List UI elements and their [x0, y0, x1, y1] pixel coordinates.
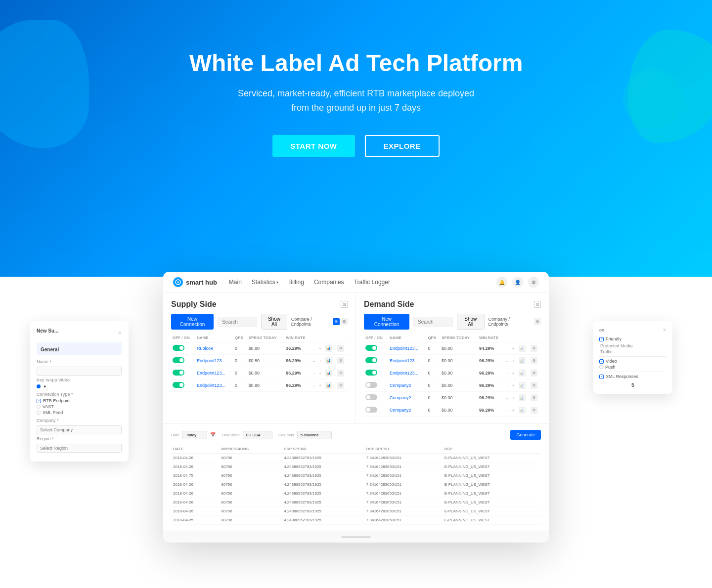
col-spend: SPEND TODAY — [247, 334, 285, 342]
vast-option[interactable]: VAST — [37, 404, 122, 409]
d-chart-3[interactable]: 📊 — [519, 370, 526, 377]
xml-option[interactable]: XML Feed — [37, 410, 122, 415]
d-settings-3[interactable]: ⚙ — [531, 370, 537, 377]
timezone-filter: Time zone — [222, 431, 272, 439]
d-toggle-off-6[interactable] — [365, 407, 377, 413]
chart-icon-3[interactable]: 📊 — [325, 370, 332, 377]
toggle-on-4[interactable] — [173, 382, 184, 388]
user-icon[interactable]: 👤 — [512, 277, 523, 288]
toggle-on-1[interactable] — [173, 345, 184, 351]
chart-icon-1[interactable]: 📊 — [325, 345, 332, 352]
d-settings-4[interactable]: ⚙ — [531, 382, 537, 389]
dashboard-logo: smart hub — [173, 277, 217, 287]
nav-companies[interactable]: Companies — [314, 279, 344, 286]
settings-icon-4[interactable]: ⚙ — [337, 382, 344, 389]
d-settings-5[interactable]: ⚙ — [531, 394, 537, 401]
d-chart-4[interactable]: 📊 — [519, 382, 526, 389]
inapp-label: Key InApp Video — [37, 378, 122, 382]
d-toggle-off-5[interactable] — [365, 394, 377, 400]
nav-main[interactable]: Main — [229, 279, 242, 286]
d-col-qps: QPS — [426, 334, 440, 342]
timezone-input[interactable] — [243, 431, 272, 439]
toggle-on-2[interactable] — [173, 357, 184, 363]
supply-grid-view[interactable]: ⊞ — [333, 318, 340, 325]
columns-input[interactable] — [297, 431, 332, 439]
d-toggle-on-1[interactable] — [365, 345, 377, 351]
d-settings-1[interactable]: ⚙ — [531, 345, 537, 352]
settings-icon-2[interactable]: ⚙ — [337, 357, 344, 364]
toggle-on-3[interactable] — [173, 370, 184, 376]
demand-new-connection-btn[interactable]: New Connection — [364, 314, 409, 330]
hero-section: White Label Ad Tech Platform Serviced, m… — [0, 0, 712, 277]
d-toggle-on-2[interactable] — [365, 357, 377, 363]
friendly-check[interactable]: ✓ Friendly — [599, 336, 667, 341]
company-label: Company * — [37, 418, 122, 423]
calendar-icon[interactable]: 📅 — [210, 432, 216, 437]
divider2 — [599, 372, 667, 372]
nav-statistics[interactable]: Statistics ▾ — [252, 279, 278, 286]
d-chart-6[interactable]: 📊 — [519, 407, 526, 414]
right-panel-close[interactable]: ✕ — [663, 327, 667, 333]
chart-icon-2[interactable]: 📊 — [325, 357, 332, 364]
demand-grid-view[interactable]: ⊞ — [534, 318, 541, 325]
dashboard-navbar: smart hub Main Statistics ▾ Billing Comp… — [163, 272, 549, 293]
supply-show-all[interactable]: Show All — [261, 314, 287, 330]
nav-traffic-logger[interactable]: Traffic Logger — [354, 279, 390, 286]
video-checkbox[interactable]: ✓ — [599, 359, 604, 364]
d-chart-2[interactable]: 📊 — [519, 357, 526, 364]
rtb-option[interactable]: ✓ RTB Endpoint — [37, 398, 122, 403]
demand-compare[interactable]: Company / Endpoints — [489, 317, 530, 327]
explore-button[interactable]: EXPLORE — [365, 135, 440, 157]
date-label: Date — [171, 433, 179, 437]
supply-view-icons: ⊞ ☰ — [333, 318, 348, 325]
supply-expand[interactable]: ⊡ — [341, 301, 348, 308]
name-input[interactable] — [37, 367, 122, 376]
region-select[interactable] — [37, 444, 122, 453]
bell-icon[interactable]: 🔔 — [496, 277, 507, 288]
generate-button[interactable]: Generate — [510, 430, 541, 440]
d-col-spend: SPEND TODAY — [440, 334, 478, 342]
d-col-winrate: WIN RATE — [478, 334, 504, 342]
supply-list-view[interactable]: ☰ — [341, 318, 348, 325]
d-settings-2[interactable]: ⚙ — [531, 357, 537, 364]
video-check[interactable]: ✓ Video — [599, 359, 667, 364]
date-input[interactable] — [182, 431, 207, 439]
push-check[interactable]: Push — [599, 365, 667, 370]
demand-search[interactable] — [413, 317, 453, 327]
demand-row-3: Endpoint123... 0 $0.00 96.29% – + 📊 ⚙ — [364, 367, 541, 379]
demand-row-2: Endpoint123... 0 $0.00 96.29% – + 📊 ⚙ — [364, 355, 541, 367]
d-toggle-on-3[interactable] — [365, 370, 377, 376]
xml-resp-check[interactable]: ✓ XML Responses — [599, 374, 667, 379]
columns-label: Columns — [278, 433, 294, 437]
dashboard-card: smart hub Main Statistics ▾ Billing Comp… — [163, 272, 549, 543]
supply-panel: Supply Side ⊡ New Connection Show All Co… — [163, 293, 356, 423]
d-chart-1[interactable]: 📊 — [519, 345, 526, 352]
supply-new-connection-btn[interactable]: New Connection — [171, 314, 214, 330]
nav-billing[interactable]: Billing — [288, 279, 304, 286]
connection-type-label: Connection Type * — [37, 392, 122, 397]
gear-icon[interactable]: ⚙ — [528, 277, 539, 288]
demand-header: Demand Side ⊡ — [364, 300, 541, 309]
rtb-checkbox[interactable]: ✓ — [37, 399, 41, 403]
d-settings-6[interactable]: ⚙ — [531, 407, 537, 414]
demand-expand[interactable]: ⊡ — [534, 301, 541, 308]
stats-row: 2018-04-26 80796 4.24388952783/1925 7.34… — [171, 462, 541, 471]
xml-resp-checkbox[interactable]: ✓ — [599, 375, 604, 379]
demand-show-all[interactable]: Show All — [457, 314, 485, 330]
demand-table: OFF / ON NAME QPS SPEND TODAY WIN RATE E… — [364, 334, 541, 417]
supply-search[interactable] — [218, 317, 257, 327]
hero-title: White Label Ad Tech Platform — [189, 49, 523, 77]
start-now-button[interactable]: START NOW — [272, 135, 355, 157]
d-toggle-off-4[interactable] — [365, 382, 377, 388]
inapp-radio: ● — [37, 384, 122, 389]
friendly-checkbox[interactable]: ✓ — [599, 337, 604, 341]
chart-icon-4[interactable]: 📊 — [325, 382, 332, 389]
company-select[interactable] — [37, 425, 122, 434]
settings-icon-1[interactable]: ⚙ — [337, 345, 344, 352]
settings-icon-3[interactable]: ⚙ — [337, 370, 344, 377]
demand-view-icons: ⊞ — [534, 318, 541, 325]
col-actions — [311, 334, 348, 342]
left-panel-close[interactable]: ✕ — [118, 330, 122, 336]
supply-compare[interactable]: Compare / Endpoints — [291, 317, 329, 327]
d-chart-5[interactable]: 📊 — [519, 394, 526, 401]
